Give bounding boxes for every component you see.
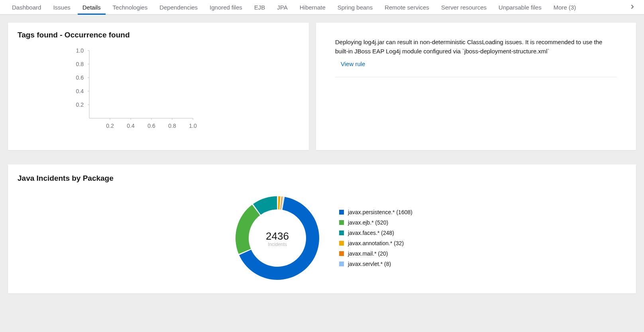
tags-found-title: Tags found - Occurrence found <box>18 31 299 39</box>
legend-swatch-icon <box>339 251 344 256</box>
svg-text:0.4: 0.4 <box>127 123 135 129</box>
legend-label: javax.mail.* (20) <box>348 250 388 257</box>
svg-text:0.8: 0.8 <box>168 123 176 129</box>
svg-text:0.8: 0.8 <box>76 61 84 67</box>
incidents-donut-chart: 2436Incidents <box>232 192 323 284</box>
svg-text:0.2: 0.2 <box>76 102 84 108</box>
tab-hibernate[interactable]: Hibernate <box>295 0 330 15</box>
svg-text:0.2: 0.2 <box>106 123 114 129</box>
view-rule-link[interactable]: View rule <box>341 61 365 67</box>
tabs-bar: DashboardIssuesDetailsTechnologiesDepend… <box>0 0 644 15</box>
svg-text:0.6: 0.6 <box>147 123 155 129</box>
donut-slice[interactable] <box>236 205 260 254</box>
legend-swatch-icon <box>339 230 344 235</box>
tab-unparsable-files[interactable]: Unparsable files <box>494 0 546 15</box>
incidents-title: Java Incidents by Package <box>18 174 626 183</box>
svg-text:0.6: 0.6 <box>76 74 84 81</box>
legend-item[interactable]: javax.persistence.* (1608) <box>339 209 412 215</box>
description-text: Deploying log4j.jar can result in non-de… <box>335 38 617 56</box>
legend-label: javax.faces.* (248) <box>348 230 394 236</box>
legend-label: javax.servlet.* (8) <box>348 261 391 267</box>
tab-technologies[interactable]: Technologies <box>108 0 153 15</box>
svg-text:1.0: 1.0 <box>189 123 197 129</box>
donut-slice[interactable] <box>278 196 281 209</box>
legend-item[interactable]: javax.annotation.* (32) <box>339 240 412 246</box>
tab-issues[interactable]: Issues <box>48 0 75 15</box>
legend-item[interactable]: javax.mail.* (20) <box>339 250 412 257</box>
donut-slice[interactable] <box>280 197 283 210</box>
tab-jpa[interactable]: JPA <box>272 0 292 15</box>
tags-occurrence-chart: 0.20.40.60.81.00.20.40.60.81.0 <box>18 47 209 134</box>
tab-dashboard[interactable]: Dashboard <box>7 0 46 15</box>
tab-details[interactable]: Details <box>78 0 106 15</box>
content-area: Tags found - Occurrence found 0.20.40.60… <box>0 15 644 301</box>
svg-text:1.0: 1.0 <box>76 47 84 54</box>
tab-remote-services[interactable]: Remote services <box>380 0 434 15</box>
divider <box>335 77 617 77</box>
legend-label: javax.annotation.* (32) <box>348 240 404 246</box>
incidents-card: Java Incidents by Package 2436Incidents … <box>8 164 636 293</box>
tags-found-card: Tags found - Occurrence found 0.20.40.60… <box>8 23 309 150</box>
description-card: Deploying log4j.jar can result in non-de… <box>316 23 636 150</box>
legend-swatch-icon <box>339 262 344 266</box>
legend-swatch-icon <box>339 241 344 246</box>
legend-item[interactable]: javax.ejb.* (520) <box>339 219 412 226</box>
tabs-overflow-chevron-icon[interactable] <box>628 4 637 11</box>
legend-swatch-icon <box>339 210 344 215</box>
legend-label: javax.ejb.* (520) <box>348 219 388 226</box>
legend-item[interactable]: javax.faces.* (248) <box>339 230 412 236</box>
tab-spring-beans[interactable]: Spring beans <box>333 0 377 15</box>
donut-row: 2436Incidents javax.persistence.* (1608)… <box>18 192 626 284</box>
tab-dependencies[interactable]: Dependencies <box>155 0 202 15</box>
svg-text:0.4: 0.4 <box>76 88 84 94</box>
donut-total: 2436 <box>266 230 289 242</box>
tab-ejb[interactable]: EJB <box>249 0 270 15</box>
tab-server-resources[interactable]: Server resources <box>436 0 491 15</box>
legend-swatch-icon <box>339 220 344 225</box>
legend-label: javax.persistence.* (1608) <box>348 209 412 215</box>
tab-ignored-files[interactable]: Ignored files <box>205 0 247 15</box>
legend-item[interactable]: javax.servlet.* (8) <box>339 261 412 267</box>
tab-more-3[interactable]: More (3) <box>549 0 581 15</box>
incidents-legend: javax.persistence.* (1608)javax.ejb.* (5… <box>339 209 412 267</box>
donut-total-label: Incidents <box>268 242 287 247</box>
top-row: Tags found - Occurrence found 0.20.40.60… <box>8 23 636 150</box>
